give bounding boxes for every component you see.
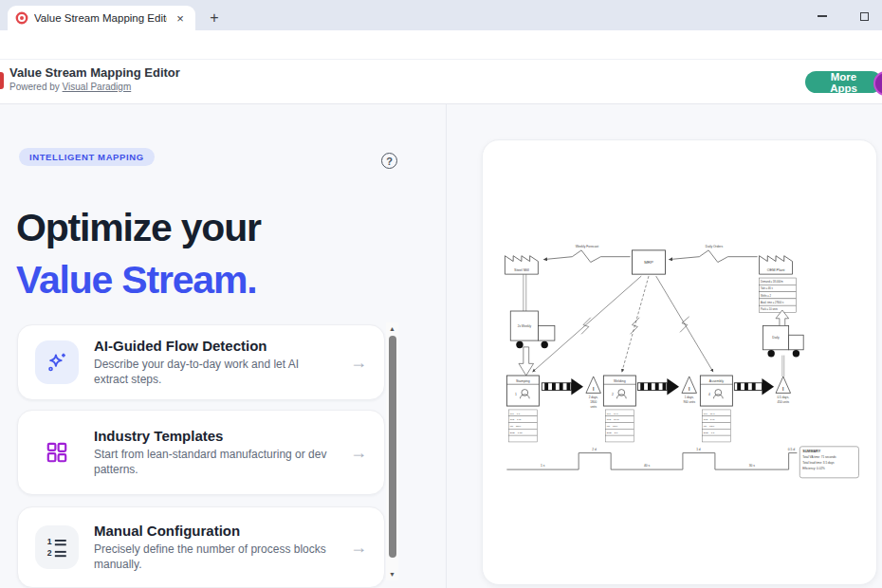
browser-toolbar: ai-toolbox.visual-paradigm.com/app/value… — [0, 30, 882, 59]
card-title: AI-Guided Flow Detection — [94, 338, 335, 354]
page-title: Optimize your Value Stream. — [16, 202, 261, 306]
app-title: Value Stream Mapping Editor — [9, 65, 180, 80]
svg-text:Efficiency: 0.02%: Efficiency: 0.02% — [802, 467, 825, 470]
tab-strip: Value Stream Mapping Editor × + — [0, 0, 882, 30]
customer-factory: OEM Plant — [760, 256, 793, 274]
svg-text:EPE = 1 d: EPE = 1 d — [704, 432, 715, 434]
svg-text:C/T = 40 s: C/T = 40 s — [607, 413, 618, 415]
tab-title: Value Stream Mapping Editor — [34, 12, 167, 24]
card-description: Start from lean-standard manufacturing o… — [94, 447, 335, 477]
help-button[interactable]: ? — [381, 153, 397, 169]
svg-text:Daily Orders: Daily Orders — [706, 245, 724, 248]
timeline: 1 s 2 d 40 s 1 d 30 s 0.5 d — [506, 448, 797, 469]
card-ai-guided-flow-detection[interactable]: AI-Guided Flow Detection Describe your d… — [17, 324, 385, 400]
scrollbar-thumb[interactable] — [389, 336, 396, 558]
arrow-right-icon: → — [350, 538, 367, 558]
value-stream-map: Steel Mill OEM Plant MRP Demand = 18,000… — [487, 235, 873, 516]
svg-text:1: 1 — [47, 537, 52, 546]
push-arrow — [734, 378, 774, 395]
svg-text:0.5 d: 0.5 d — [788, 448, 795, 451]
svg-text:30 s: 30 s — [749, 464, 756, 468]
window-maximize-button[interactable] — [850, 8, 878, 25]
card-manual-configuration[interactable]: 1 2 Manual Configuration Precisely defin… — [17, 506, 385, 588]
svg-text:EPE = 2 d: EPE = 2 d — [607, 432, 618, 434]
svg-text:Welding: Welding — [614, 379, 626, 383]
inventory-triangle: I 1 days, 900 units — [682, 377, 697, 404]
card-description: Precisely define the number of process b… — [94, 542, 335, 572]
scroll-up-arrow[interactable]: ▲ — [386, 322, 398, 335]
inventory-triangle: I 0.5 days, 450 units — [776, 377, 791, 404]
svg-text:UP = 95%: UP = 95% — [607, 425, 618, 428]
svg-text:2: 2 — [612, 393, 614, 396]
visual-paradigm-link[interactable]: Visual Paradigm — [63, 82, 132, 92]
card-title: Manual Configuration — [94, 523, 335, 539]
intelligent-mapping-badge: INTELLIGENT MAPPING — [19, 148, 155, 166]
svg-text:C/O = 1 hr: C/O = 1 hr — [510, 418, 522, 421]
more-apps-button[interactable]: More Apps — [805, 71, 882, 93]
svg-text:C/T = 1 s: C/T = 1 s — [510, 413, 521, 415]
svg-text:Daily: Daily — [772, 336, 780, 340]
svg-text:EPE = 1 wk: EPE = 1 wk — [510, 432, 524, 434]
svg-text:UP = 85%: UP = 85% — [510, 425, 522, 428]
page-title-line1: Optimize your — [16, 202, 261, 254]
svg-text:units: units — [590, 405, 597, 409]
svg-text:1: 1 — [515, 393, 517, 396]
panel-divider — [446, 104, 447, 588]
customer-shipment: Daily — [763, 310, 803, 377]
svg-text:UP = 98%: UP = 98% — [704, 425, 715, 428]
svg-text:1800: 1800 — [590, 400, 597, 404]
process-welding: Welding 2 C/T = 40 s C/O = 10 m UP = 95%… — [603, 376, 635, 442]
favicon-icon — [15, 11, 28, 25]
svg-text:Stamping: Stamping — [516, 379, 530, 383]
page-title-line2: Value Stream. — [16, 254, 261, 306]
svg-text:C/O = 5 m: C/O = 5 m — [704, 418, 715, 421]
svg-text:Demand = 18,000/m: Demand = 18,000/m — [761, 280, 783, 284]
card-title: Industry Templates — [94, 428, 335, 444]
svg-text:Total lead time: 3.5 days: Total lead time: 3.5 days — [802, 461, 835, 465]
svg-text:C/O = 10 m: C/O = 10 m — [607, 418, 619, 421]
svg-text:OEM Plant: OEM Plant — [767, 267, 786, 272]
push-arrow — [637, 378, 679, 395]
summary-box: SUMMARY Total VA time: 71 seconds Total … — [799, 447, 858, 478]
svg-text:2 d: 2 d — [592, 448, 597, 451]
svg-text:Avail. time = 27600 s: Avail. time = 27600 s — [761, 301, 784, 304]
browser-window: Value Stream Mapping Editor × + ai-toolb… — [0, 0, 882, 588]
inventory-triangle: I 2 days, 1800 units — [586, 377, 601, 409]
scroll-down-arrow[interactable]: ▼ — [386, 568, 398, 580]
svg-text:4: 4 — [708, 393, 710, 396]
svg-text:40 s: 40 s — [644, 464, 651, 468]
svg-text:2 days,: 2 days, — [589, 395, 598, 399]
diagram-canvas: Steel Mill OEM Plant MRP Demand = 18,000… — [482, 139, 877, 585]
cards-scrollbar[interactable]: ▲ ▼ — [386, 322, 398, 580]
svg-text:SUMMARY: SUMMARY — [802, 450, 820, 453]
powered-by: Powered by Visual Paradigm — [9, 82, 180, 92]
svg-text:Total VA time: 71 seconds: Total VA time: 71 seconds — [802, 455, 836, 459]
svg-text:0.5 days,: 0.5 days, — [778, 395, 790, 399]
svg-text:MRP: MRP — [644, 260, 653, 265]
svg-text:900 units: 900 units — [683, 400, 695, 404]
svg-text:C/T = 30 s: C/T = 30 s — [704, 413, 715, 415]
app-logo — [0, 72, 4, 89]
numbered-list-icon: 1 2 — [35, 525, 79, 569]
svg-text:Pack = 10 units: Pack = 10 units — [761, 307, 779, 311]
card-description: Describe your day-to-day work and let AI… — [94, 357, 335, 387]
mrp-box: MRP — [632, 250, 665, 274]
svg-text:450 units: 450 units — [778, 400, 790, 404]
arrow-right-icon: → — [350, 353, 367, 373]
process-stamping: Stamping 1 C/T = 1 s C/O = 1 hr UP = 85%… — [506, 376, 539, 442]
browser-tab[interactable]: Value Stream Mapping Editor × — [8, 6, 195, 30]
mrp-schedule-lines — [533, 276, 713, 372]
card-industry-templates[interactable]: Industry Templates Start from lean-stand… — [17, 410, 385, 495]
svg-text:2: 2 — [47, 548, 52, 558]
supplier-shipment: 2x Weekly — [510, 274, 555, 376]
supplier-factory: Steel Mill — [505, 256, 538, 274]
tab-close-icon[interactable]: × — [173, 11, 188, 26]
new-tab-button[interactable]: + — [203, 8, 226, 30]
svg-text:Shifts = 2: Shifts = 2 — [761, 294, 771, 298]
grid-icon — [35, 431, 79, 474]
app-title-block: Value Stream Mapping Editor Powered by V… — [9, 65, 180, 92]
window-minimize-button[interactable] — [808, 8, 836, 25]
svg-text:2x Weekly: 2x Weekly — [518, 324, 532, 328]
svg-text:Assembly: Assembly — [709, 379, 724, 383]
arrow-right-icon: → — [350, 443, 367, 463]
